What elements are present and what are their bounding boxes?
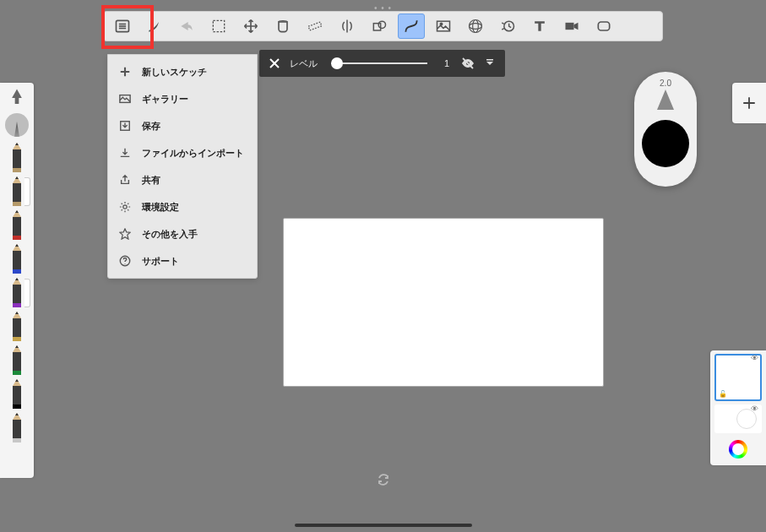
add-layer-button[interactable] (732, 83, 766, 123)
fill-tool[interactable] (269, 14, 296, 39)
main-menu-dropdown: 新しいスケッチ ギャラリー 保存 ファイルからインポート 共有 環境設定 その他… (107, 54, 258, 279)
menu-new-sketch[interactable]: 新しいスケッチ (108, 58, 257, 85)
svg-point-9 (440, 23, 443, 25)
pencil-list (0, 142, 34, 444)
level-slider[interactable] (331, 62, 427, 64)
brush-rail-top-icon[interactable] (5, 86, 29, 110)
layer-1[interactable]: 👁 🔓 (714, 354, 762, 401)
brush-color-swatch[interactable] (642, 120, 689, 167)
svg-rect-21 (486, 59, 493, 61)
level-value: 1 (441, 58, 453, 68)
menu-import[interactable]: ファイルからインポート (108, 139, 257, 166)
gallery-icon (118, 92, 132, 106)
color-picker-button[interactable] (729, 440, 747, 459)
plus-icon (118, 65, 132, 79)
svg-rect-34 (13, 236, 21, 240)
menu-get-more[interactable]: その他を入手 (108, 220, 257, 247)
menu-label: 新しいスケッチ (142, 66, 207, 79)
brush-tool[interactable] (141, 14, 168, 39)
menu-preferences[interactable]: 環境設定 (108, 193, 257, 220)
shape-tool[interactable] (366, 14, 393, 39)
svg-point-18 (123, 205, 127, 209)
perspective-tool[interactable] (462, 14, 489, 39)
layer-visibility-icon[interactable]: 👁 (751, 404, 758, 413)
pencil-3[interactable] (8, 243, 26, 275)
svg-marker-56 (15, 413, 19, 415)
svg-rect-30 (13, 202, 21, 206)
menu-share[interactable]: 共有 (108, 166, 257, 193)
svg-point-11 (473, 20, 479, 33)
sync-icon (377, 473, 390, 490)
menu-save[interactable]: 保存 (108, 112, 257, 139)
menu-label: ファイルからインポート (142, 147, 244, 160)
brush-nib-icon (655, 90, 676, 115)
svg-rect-45 (13, 318, 21, 337)
svg-rect-38 (13, 269, 21, 274)
layers-panel: 👁 🔓 👁 (710, 350, 766, 465)
svg-rect-53 (13, 386, 21, 404)
level-label: レベル (290, 57, 318, 70)
curve-tool[interactable] (398, 14, 425, 39)
level-close-button[interactable] (268, 57, 281, 70)
redo-button[interactable] (173, 14, 200, 39)
pencil-4[interactable] (8, 277, 26, 309)
svg-rect-29 (13, 183, 21, 202)
svg-marker-44 (15, 312, 19, 314)
brush-size-label: 2.0 (660, 79, 671, 88)
fullscreen-tool[interactable] (590, 14, 617, 39)
svg-rect-4 (213, 20, 224, 31)
svg-rect-14 (566, 23, 574, 30)
text-tool[interactable] (526, 14, 553, 39)
brush-puck[interactable]: 2.0 (634, 72, 697, 187)
camera-tool[interactable] (558, 14, 585, 39)
layer-visibility-icon[interactable]: 👁 (751, 354, 758, 362)
menu-label: サポート (142, 255, 179, 268)
svg-point-10 (470, 24, 482, 30)
svg-rect-8 (437, 21, 450, 31)
menu-button[interactable] (109, 14, 136, 39)
symmetry-tool[interactable] (334, 14, 361, 39)
save-icon (118, 119, 132, 133)
svg-rect-33 (13, 217, 21, 236)
image-tool[interactable] (430, 14, 457, 39)
svg-rect-58 (13, 438, 21, 442)
pencil-1[interactable] (8, 176, 26, 208)
svg-rect-41 (13, 285, 21, 303)
pencil-0[interactable] (8, 142, 26, 174)
level-visibility-icon[interactable] (461, 57, 475, 70)
pencil-7[interactable] (8, 378, 26, 410)
pencil-2[interactable] (8, 209, 26, 242)
svg-rect-5 (308, 22, 322, 30)
svg-marker-28 (15, 176, 19, 179)
svg-rect-42 (13, 303, 21, 307)
svg-rect-25 (13, 149, 21, 168)
svg-marker-36 (15, 244, 19, 247)
layer-lock-icon[interactable]: 🔓 (719, 390, 727, 398)
level-bar: レベル 1 (259, 50, 505, 77)
star-icon (118, 227, 132, 241)
svg-point-12 (470, 20, 482, 33)
ruler-tool[interactable] (302, 14, 329, 39)
transform-tool[interactable] (237, 14, 264, 39)
menu-label: その他を入手 (142, 228, 198, 241)
svg-rect-57 (13, 420, 21, 438)
timelapse-tool[interactable] (494, 14, 521, 39)
svg-point-7 (378, 21, 385, 28)
menu-support[interactable]: サポート (108, 247, 257, 274)
pencil-5[interactable] (8, 311, 26, 343)
select-tool[interactable] (205, 14, 232, 39)
svg-rect-46 (13, 337, 21, 341)
pencil-8[interactable] (8, 412, 26, 444)
canvas-area[interactable] (283, 218, 604, 387)
svg-rect-37 (13, 251, 21, 269)
pencil-6[interactable] (8, 345, 26, 377)
help-icon (118, 254, 132, 268)
menu-label: 保存 (142, 120, 160, 133)
layer-background[interactable]: 👁 (714, 404, 762, 433)
level-collapse-icon[interactable] (483, 57, 497, 70)
menu-label: 共有 (142, 174, 160, 187)
menu-label: 環境設定 (142, 201, 179, 214)
menu-gallery[interactable]: ギャラリー (108, 85, 257, 112)
brush-preview-circle[interactable] (5, 113, 29, 137)
gear-icon (118, 200, 132, 214)
